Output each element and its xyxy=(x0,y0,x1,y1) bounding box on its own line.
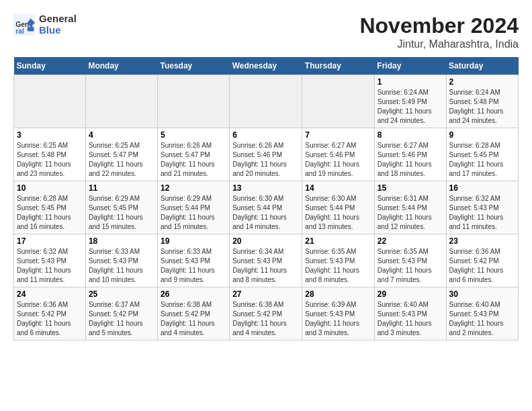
day-number: 5 xyxy=(161,130,226,140)
calendar-week-row: 1Sunrise: 6:24 AMSunset: 5:49 PMDaylight… xyxy=(14,75,519,128)
calendar-body: 1Sunrise: 6:24 AMSunset: 5:49 PMDaylight… xyxy=(14,75,519,340)
day-info: Sunrise: 6:27 AMSunset: 5:46 PMDaylight:… xyxy=(305,141,371,179)
calendar-cell: 17Sunrise: 6:32 AMSunset: 5:43 PMDayligh… xyxy=(14,234,86,287)
calendar-cell xyxy=(230,75,302,128)
day-number: 16 xyxy=(449,183,515,193)
day-number: 14 xyxy=(305,183,371,193)
calendar-table: SundayMondayTuesdayWednesdayThursdayFrid… xyxy=(13,57,519,340)
day-info: Sunrise: 6:25 AMSunset: 5:47 PMDaylight:… xyxy=(89,141,154,179)
calendar-cell: 15Sunrise: 6:31 AMSunset: 5:44 PMDayligh… xyxy=(374,181,446,234)
calendar-cell: 1Sunrise: 6:24 AMSunset: 5:49 PMDaylight… xyxy=(374,75,446,128)
calendar-cell xyxy=(14,75,86,128)
day-number: 28 xyxy=(305,289,371,299)
day-number: 8 xyxy=(378,130,443,140)
header-cell-thursday: Thursday xyxy=(302,57,375,75)
calendar-cell: 10Sunrise: 6:28 AMSunset: 5:45 PMDayligh… xyxy=(14,181,86,234)
day-number: 9 xyxy=(449,130,515,140)
day-number: 2 xyxy=(449,77,515,87)
calendar-cell: 26Sunrise: 6:38 AMSunset: 5:42 PMDayligh… xyxy=(157,287,229,340)
day-number: 26 xyxy=(161,289,226,299)
day-number: 18 xyxy=(89,236,154,246)
day-info: Sunrise: 6:34 AMSunset: 5:43 PMDaylight:… xyxy=(232,247,299,285)
calendar-cell: 25Sunrise: 6:37 AMSunset: 5:42 PMDayligh… xyxy=(85,287,157,340)
page-title: November 2024 xyxy=(359,13,519,38)
day-info: Sunrise: 6:32 AMSunset: 5:43 PMDaylight:… xyxy=(449,194,515,232)
day-info: Sunrise: 6:31 AMSunset: 5:44 PMDaylight:… xyxy=(378,194,443,232)
calendar-cell: 13Sunrise: 6:30 AMSunset: 5:44 PMDayligh… xyxy=(230,181,302,234)
day-number: 6 xyxy=(232,130,299,140)
header-cell-tuesday: Tuesday xyxy=(157,57,229,75)
page-subtitle: Jintur, Maharashtra, India xyxy=(359,38,519,50)
day-number: 22 xyxy=(378,236,443,246)
logo-blue: Blue xyxy=(39,25,77,36)
day-info: Sunrise: 6:40 AMSunset: 5:43 PMDaylight:… xyxy=(378,300,443,338)
day-number: 23 xyxy=(449,236,515,246)
calendar-cell: 12Sunrise: 6:29 AMSunset: 5:44 PMDayligh… xyxy=(157,181,229,234)
day-number: 13 xyxy=(232,183,299,193)
day-info: Sunrise: 6:28 AMSunset: 5:45 PMDaylight:… xyxy=(17,194,83,232)
calendar-cell: 29Sunrise: 6:40 AMSunset: 5:43 PMDayligh… xyxy=(374,287,446,340)
logo-icon: Gene ral xyxy=(13,14,35,36)
calendar-cell: 6Sunrise: 6:26 AMSunset: 5:46 PMDaylight… xyxy=(230,128,302,181)
calendar-week-row: 3Sunrise: 6:25 AMSunset: 5:48 PMDaylight… xyxy=(14,128,519,181)
day-number: 30 xyxy=(449,289,515,299)
day-info: Sunrise: 6:25 AMSunset: 5:48 PMDaylight:… xyxy=(17,141,83,179)
day-info: Sunrise: 6:38 AMSunset: 5:42 PMDaylight:… xyxy=(232,300,299,338)
calendar-cell xyxy=(85,75,157,128)
day-info: Sunrise: 6:27 AMSunset: 5:46 PMDaylight:… xyxy=(378,141,443,179)
calendar-cell: 21Sunrise: 6:35 AMSunset: 5:43 PMDayligh… xyxy=(302,234,375,287)
day-info: Sunrise: 6:24 AMSunset: 5:49 PMDaylight:… xyxy=(378,88,443,126)
calendar-cell: 27Sunrise: 6:38 AMSunset: 5:42 PMDayligh… xyxy=(230,287,302,340)
day-number: 27 xyxy=(232,289,299,299)
day-number: 20 xyxy=(232,236,299,246)
logo-general: General xyxy=(39,13,77,25)
calendar-cell xyxy=(157,75,229,128)
calendar-cell: 3Sunrise: 6:25 AMSunset: 5:48 PMDaylight… xyxy=(14,128,86,181)
day-number: 21 xyxy=(305,236,371,246)
day-number: 11 xyxy=(89,183,154,193)
title-area: November 2024 Jintur, Maharashtra, India xyxy=(359,13,519,50)
calendar-cell: 2Sunrise: 6:24 AMSunset: 5:48 PMDaylight… xyxy=(446,75,518,128)
calendar-cell: 30Sunrise: 6:40 AMSunset: 5:43 PMDayligh… xyxy=(446,287,518,340)
day-info: Sunrise: 6:30 AMSunset: 5:44 PMDaylight:… xyxy=(305,194,371,232)
calendar-week-row: 17Sunrise: 6:32 AMSunset: 5:43 PMDayligh… xyxy=(14,234,519,287)
day-number: 12 xyxy=(161,183,226,193)
day-info: Sunrise: 6:33 AMSunset: 5:43 PMDaylight:… xyxy=(161,247,226,285)
calendar-cell xyxy=(302,75,375,128)
logo: Gene ral General Blue xyxy=(13,13,77,36)
day-number: 24 xyxy=(17,289,83,299)
calendar-cell: 14Sunrise: 6:30 AMSunset: 5:44 PMDayligh… xyxy=(302,181,375,234)
calendar-cell: 23Sunrise: 6:36 AMSunset: 5:42 PMDayligh… xyxy=(446,234,518,287)
calendar-cell: 19Sunrise: 6:33 AMSunset: 5:43 PMDayligh… xyxy=(157,234,229,287)
day-number: 7 xyxy=(305,130,371,140)
svg-text:ral: ral xyxy=(15,27,24,34)
day-info: Sunrise: 6:36 AMSunset: 5:42 PMDaylight:… xyxy=(17,300,83,338)
day-number: 10 xyxy=(17,183,83,193)
calendar-cell: 11Sunrise: 6:29 AMSunset: 5:45 PMDayligh… xyxy=(85,181,157,234)
day-info: Sunrise: 6:30 AMSunset: 5:44 PMDaylight:… xyxy=(232,194,299,232)
day-info: Sunrise: 6:26 AMSunset: 5:47 PMDaylight:… xyxy=(161,141,226,179)
day-info: Sunrise: 6:38 AMSunset: 5:42 PMDaylight:… xyxy=(161,300,226,338)
day-number: 29 xyxy=(378,289,443,299)
day-info: Sunrise: 6:26 AMSunset: 5:46 PMDaylight:… xyxy=(232,141,299,179)
calendar-cell: 16Sunrise: 6:32 AMSunset: 5:43 PMDayligh… xyxy=(446,181,518,234)
header-cell-saturday: Saturday xyxy=(446,57,518,75)
header-cell-friday: Friday xyxy=(374,57,446,75)
day-number: 17 xyxy=(17,236,83,246)
calendar-week-row: 24Sunrise: 6:36 AMSunset: 5:42 PMDayligh… xyxy=(14,287,519,340)
day-number: 19 xyxy=(161,236,226,246)
day-info: Sunrise: 6:39 AMSunset: 5:43 PMDaylight:… xyxy=(305,300,371,338)
day-info: Sunrise: 6:29 AMSunset: 5:44 PMDaylight:… xyxy=(161,194,226,232)
day-info: Sunrise: 6:28 AMSunset: 5:45 PMDaylight:… xyxy=(449,141,515,179)
calendar-cell: 4Sunrise: 6:25 AMSunset: 5:47 PMDaylight… xyxy=(85,128,157,181)
day-number: 4 xyxy=(89,130,154,140)
day-info: Sunrise: 6:29 AMSunset: 5:45 PMDaylight:… xyxy=(89,194,154,232)
day-info: Sunrise: 6:36 AMSunset: 5:42 PMDaylight:… xyxy=(449,247,515,285)
header-cell-sunday: Sunday xyxy=(14,57,86,75)
header-cell-wednesday: Wednesday xyxy=(230,57,302,75)
day-number: 15 xyxy=(378,183,443,193)
header: Gene ral General Blue November 2024 Jint… xyxy=(13,13,519,50)
day-info: Sunrise: 6:24 AMSunset: 5:48 PMDaylight:… xyxy=(449,88,515,126)
day-number: 1 xyxy=(378,77,443,87)
calendar-cell: 7Sunrise: 6:27 AMSunset: 5:46 PMDaylight… xyxy=(302,128,375,181)
